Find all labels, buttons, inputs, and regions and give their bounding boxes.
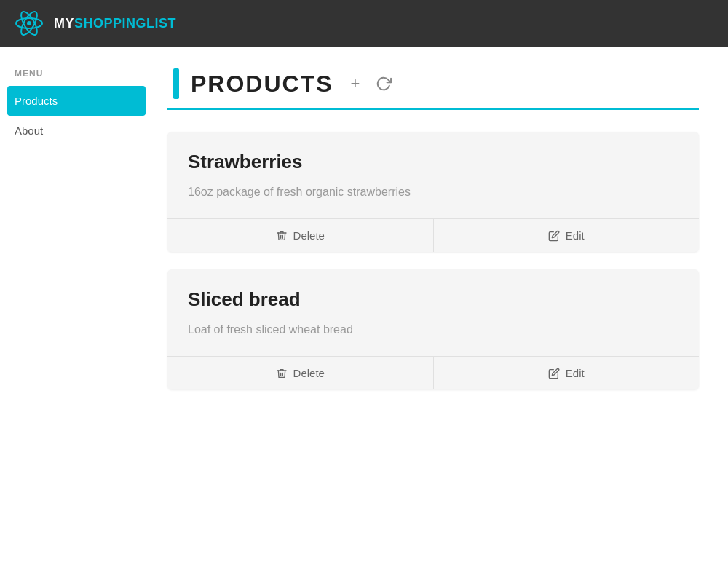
product-card: Strawberries 16oz package of fresh organ… — [167, 132, 699, 252]
main-content: PRODUCTS + Strawberries 16oz package of … — [153, 47, 728, 562]
product-list: Strawberries 16oz package of fresh organ… — [167, 132, 699, 389]
app-title: MYSHOPPINGLIST — [54, 16, 176, 31]
product-card-actions: Delete Edit — [167, 218, 699, 252]
edit-icon — [548, 368, 560, 379]
edit-product-button[interactable]: Edit — [434, 219, 700, 252]
sidebar-menu-label: MENU — [0, 68, 153, 86]
delete-product-button[interactable]: Delete — [167, 357, 434, 389]
product-card: Sliced bread Loaf of fresh sliced wheat … — [167, 269, 699, 389]
product-card-body: Sliced bread Loaf of fresh sliced wheat … — [167, 269, 699, 356]
page-header-actions: + — [348, 71, 395, 96]
refresh-icon — [376, 76, 392, 92]
trash-icon — [276, 230, 288, 242]
delete-product-button[interactable]: Delete — [167, 219, 434, 252]
sidebar-item-products[interactable]: Products — [7, 86, 146, 116]
svg-point-3 — [27, 21, 31, 25]
page-header: PRODUCTS + — [167, 68, 699, 110]
title-accent — [173, 68, 179, 99]
trash-icon — [276, 368, 288, 379]
page-title: PRODUCTS — [191, 71, 333, 98]
add-product-button[interactable]: + — [348, 71, 363, 96]
product-name: Sliced bread — [188, 288, 678, 311]
product-card-body: Strawberries 16oz package of fresh organ… — [167, 132, 699, 218]
refresh-button[interactable] — [373, 73, 395, 95]
sidebar: MENU Products About — [0, 47, 153, 562]
product-name: Strawberries — [188, 151, 678, 173]
product-description: Loaf of fresh sliced wheat bread — [188, 321, 678, 339]
react-logo-icon — [15, 9, 44, 38]
edit-icon — [548, 230, 560, 242]
main-layout: MENU Products About PRODUCTS + — [0, 47, 728, 562]
edit-product-button[interactable]: Edit — [434, 357, 700, 389]
product-card-actions: Delete Edit — [167, 356, 699, 389]
app-header: MYSHOPPINGLIST — [0, 0, 728, 47]
sidebar-item-about[interactable]: About — [0, 116, 153, 146]
product-description: 16oz package of fresh organic strawberri… — [188, 183, 678, 201]
